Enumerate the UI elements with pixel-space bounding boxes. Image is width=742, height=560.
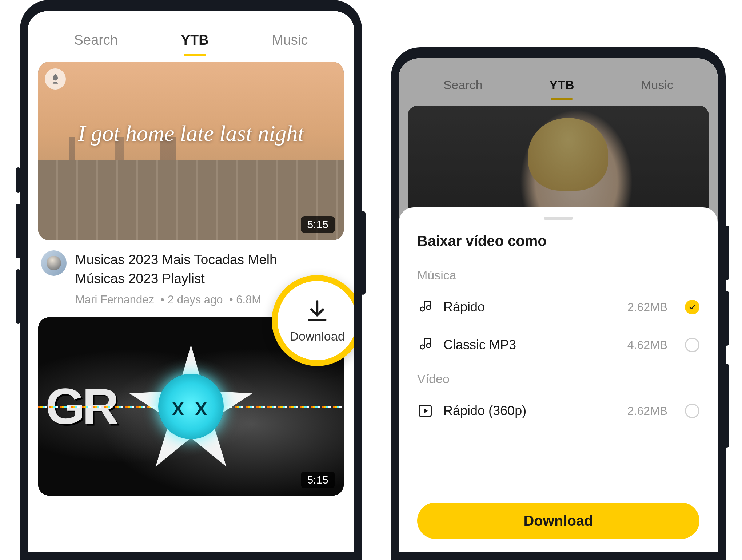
sheet-drag-handle[interactable] bbox=[544, 217, 573, 220]
option-size: 2.62MB bbox=[627, 404, 667, 418]
tab-ytb[interactable]: YTB bbox=[174, 29, 216, 52]
video-overlay-caption: I got home late last night bbox=[53, 120, 328, 146]
video-play-icon bbox=[417, 403, 433, 419]
video-title-line2: Músicas 2023 Playlist bbox=[75, 271, 205, 286]
tab-bar: Search YTB Music bbox=[28, 11, 354, 62]
music-note-icon bbox=[417, 299, 433, 315]
option-label: Classic MP3 bbox=[443, 337, 617, 353]
option-rapido[interactable]: Rápido 2.62MB bbox=[417, 288, 699, 326]
music-note-icon bbox=[417, 337, 433, 353]
check-icon bbox=[688, 303, 696, 311]
option-label: Rápido (360p) bbox=[443, 403, 617, 418]
tab-search[interactable]: Search bbox=[67, 29, 125, 52]
duration-badge: 5:15 bbox=[301, 472, 335, 488]
section-music-label: Música bbox=[417, 268, 699, 282]
option-classic-mp3[interactable]: Classic MP3 4.62MB bbox=[417, 326, 699, 364]
option-rapido-360p[interactable]: Rápido (360p) 2.62MB bbox=[417, 392, 699, 430]
source-badge-icon bbox=[45, 68, 66, 90]
view-count: 6.8M bbox=[236, 293, 261, 306]
option-label: Rápido bbox=[443, 299, 617, 315]
phone-mockup-1: Search YTB Music I got home late last ni… bbox=[20, 0, 362, 560]
channel-avatar[interactable] bbox=[41, 250, 67, 276]
option-size: 2.62MB bbox=[627, 301, 667, 314]
duration-badge: 5:15 bbox=[301, 216, 335, 233]
sheet-title: Baixar vídeo como bbox=[417, 233, 699, 249]
video-thumbnail-1[interactable]: I got home late last night 5:15 bbox=[38, 62, 344, 240]
download-label: Download bbox=[290, 329, 344, 343]
download-options-sheet: Baixar vídeo como Música Rápido 2.62MB C… bbox=[399, 207, 718, 552]
tab-ytb[interactable]: YTB bbox=[542, 74, 581, 96]
video-title-line1: Musicas 2023 Mais Tocadas Melh bbox=[75, 252, 277, 267]
radio-unselected[interactable] bbox=[685, 338, 699, 352]
section-video-label: Vídeo bbox=[417, 372, 699, 386]
download-icon bbox=[303, 298, 331, 326]
tab-bar: Search YTB Music bbox=[399, 58, 718, 106]
tab-music[interactable]: Music bbox=[634, 74, 681, 96]
tab-search[interactable]: Search bbox=[436, 74, 490, 96]
radio-selected[interactable] bbox=[685, 300, 699, 314]
download-button[interactable]: Download bbox=[417, 503, 699, 539]
radio-unselected[interactable] bbox=[685, 404, 699, 418]
posted-time: 2 days ago bbox=[168, 293, 223, 306]
channel-name: Mari Fernandez bbox=[75, 293, 154, 306]
option-size: 4.62MB bbox=[627, 338, 667, 352]
tab-music[interactable]: Music bbox=[264, 29, 315, 52]
phone-mockup-2: Search YTB Music Baixar vídeo como Músic… bbox=[391, 47, 726, 560]
